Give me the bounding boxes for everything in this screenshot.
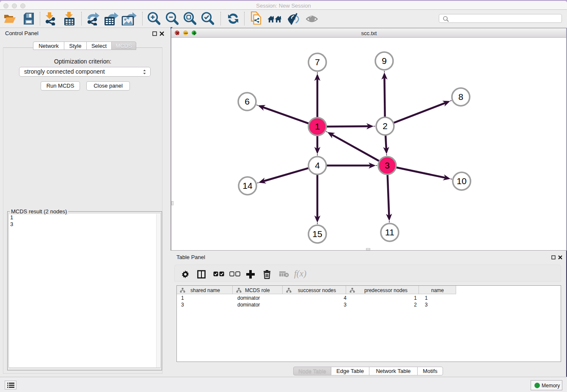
svg-text:15: 15	[312, 229, 322, 239]
svg-text:9: 9	[382, 56, 387, 66]
svg-text:1: 1	[315, 121, 320, 131]
svg-text:11: 11	[385, 227, 394, 237]
svg-text:3: 3	[385, 160, 390, 170]
svg-text:8: 8	[458, 92, 463, 102]
svg-text:6: 6	[245, 97, 250, 106]
svg-text:14: 14	[242, 181, 253, 190]
svg-text:7: 7	[315, 57, 320, 67]
svg-text:4: 4	[315, 160, 320, 170]
svg-text:2: 2	[383, 121, 388, 131]
svg-text:10: 10	[457, 176, 466, 186]
